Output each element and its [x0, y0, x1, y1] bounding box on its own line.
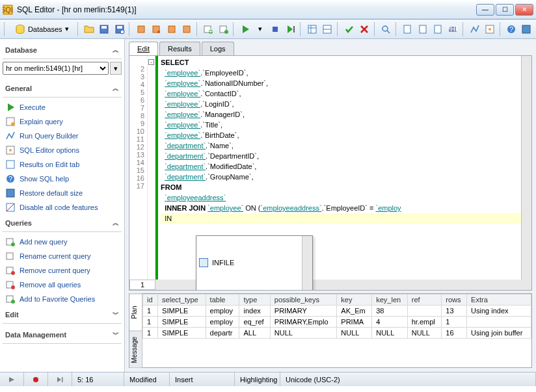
table-cell: 16	[442, 328, 467, 339]
favorite-query-link[interactable]: Add to Favorite Queries	[3, 292, 122, 306]
results-tab-link[interactable]: Results on Edit tab	[3, 157, 122, 172]
find-button[interactable]	[379, 22, 392, 36]
table-cell: 1	[143, 317, 158, 328]
rollback-button[interactable]	[357, 22, 371, 36]
autocomplete-scrollbar[interactable]	[302, 236, 312, 290]
database-select[interactable]: hr on merlin:5149(1) [hr]	[3, 62, 109, 75]
open-file-button[interactable]	[82, 22, 96, 36]
stop-button[interactable]	[269, 22, 282, 36]
maximize-button[interactable]: ☐	[496, 4, 514, 16]
export-button-3[interactable]	[431, 22, 444, 36]
add-icon	[5, 237, 16, 247]
status-step-button[interactable]	[53, 374, 66, 385]
table-cell: NULL	[372, 328, 408, 339]
databases-dropdown[interactable]: Databases ▾	[9, 22, 75, 36]
autocomplete-popup[interactable]: INFILE INITIAL_SIZE INNER INNOBASE	[196, 235, 313, 290]
exec-to-cursor-button[interactable]	[284, 22, 297, 36]
table-row[interactable]: 1SIMPLEemployindexPRIMARYAK_Em3813Using …	[143, 306, 531, 317]
editor-scrollbar-h[interactable]: 1	[129, 280, 531, 290]
restore-size-link[interactable]: Restore default size	[3, 186, 122, 200]
database-icon	[15, 24, 25, 34]
grid-button-2[interactable]	[321, 22, 334, 36]
status-play-button[interactable]	[5, 374, 18, 385]
execute-button[interactable]	[238, 22, 252, 36]
table-row[interactable]: 1SIMPLEdepartrALLNULLNULLNULLNULL16Using…	[143, 328, 531, 339]
favorite-button[interactable]	[217, 22, 230, 36]
rename-query-link[interactable]: Rename current query	[3, 249, 122, 263]
table-cell: employ	[206, 317, 239, 328]
group-data-management[interactable]: Data Management︾	[3, 326, 122, 344]
table-cell: SIMPLE	[158, 328, 206, 339]
column-header[interactable]: possible_keys	[270, 294, 337, 306]
column-header[interactable]: ref	[407, 294, 442, 306]
table-cell: 4	[372, 317, 408, 328]
chevron-up-icon: ︽	[113, 46, 119, 55]
results-grid[interactable]: idselect_typetabletypepossible_keyskeyke…	[142, 294, 531, 367]
export-php-button[interactable]: PHP	[446, 22, 460, 36]
exec-dropdown-button[interactable]: ▾	[253, 22, 267, 36]
group-general[interactable]: General︽	[3, 80, 122, 98]
column-header[interactable]: key_len	[372, 294, 408, 306]
vtab-message[interactable]: Message	[129, 331, 142, 368]
save-as-button[interactable]	[113, 22, 126, 36]
sql-help-link[interactable]: ?Show SQL help	[3, 172, 122, 186]
svg-rect-17	[273, 27, 278, 32]
tool-button-2[interactable]	[150, 22, 163, 36]
tab-logs[interactable]: Logs	[202, 42, 234, 55]
explain-link[interactable]: Explain query	[3, 114, 122, 129]
column-header[interactable]: select_type	[158, 294, 206, 306]
cursor-position: 5: 16	[72, 372, 124, 386]
group-queries[interactable]: Queries︽	[3, 215, 122, 232]
layout-button[interactable]	[520, 22, 533, 36]
help-button[interactable]: ?	[504, 22, 518, 36]
column-header[interactable]: id	[143, 294, 158, 306]
execute-link[interactable]: Execute	[3, 100, 122, 114]
tab-edit[interactable]: Edit	[129, 42, 158, 55]
save-button[interactable]	[98, 22, 111, 36]
remove-all-link[interactable]: Remove all queries	[3, 278, 122, 292]
svg-rect-4	[101, 26, 107, 29]
query-builder-link[interactable]: Run Query Builder	[3, 129, 122, 143]
grid-button-1[interactable]	[305, 22, 319, 36]
column-header[interactable]: rows	[442, 294, 467, 306]
svg-point-16	[224, 30, 228, 34]
add-button[interactable]: +	[202, 22, 215, 36]
tab-results[interactable]: Results	[159, 42, 200, 55]
tool-button-1[interactable]	[134, 22, 148, 36]
table-row[interactable]: 1SIMPLEemployeq_refPRIMARY,EmploPRIMA4hr…	[143, 317, 531, 328]
code-area[interactable]: SELECT `employee`.`EmployeeID`, `employe…	[158, 56, 531, 290]
remove-query-link[interactable]: Remove current query	[3, 263, 122, 278]
svg-point-7	[120, 30, 124, 34]
column-header[interactable]: key	[337, 294, 372, 306]
column-header[interactable]: table	[206, 294, 239, 306]
fold-toggle-icon[interactable]: -	[148, 59, 154, 65]
code-editor[interactable]: 234567891011121314151617 - SELECT `emplo…	[129, 55, 532, 291]
editor-tabs: Edit Results Logs	[125, 39, 536, 55]
commit-button[interactable]	[342, 22, 356, 36]
status-record-button[interactable]	[29, 374, 42, 385]
options-link[interactable]: SQL Editor options	[3, 143, 122, 157]
close-button[interactable]: ✕	[515, 4, 533, 16]
autocomplete-item[interactable]: INITIAL_SIZE	[196, 289, 312, 290]
options-button[interactable]	[483, 22, 496, 36]
minimize-button[interactable]: —	[476, 4, 494, 16]
titlebar: SQL SQL Editor - [hr on merlin:5149(1)] …	[0, 0, 536, 20]
svg-rect-27	[420, 25, 426, 33]
column-header[interactable]: type	[239, 294, 270, 306]
vtab-plan[interactable]: Plan	[129, 294, 142, 331]
tool-button-3[interactable]	[165, 22, 178, 36]
column-header[interactable]: Extra	[467, 294, 531, 306]
group-database[interactable]: Database︽	[3, 42, 122, 59]
database-browse-button[interactable]: ▾	[110, 62, 122, 75]
svg-text:?: ?	[8, 175, 12, 183]
editor-scrollbar-v[interactable]	[521, 56, 531, 290]
export-button-2[interactable]	[416, 22, 429, 36]
group-edit[interactable]: Edit︾	[3, 306, 122, 324]
disable-code-link[interactable]: Disable all code features	[3, 200, 122, 215]
add-query-link[interactable]: Add new query	[3, 235, 122, 249]
autocomplete-item[interactable]: INFILE	[196, 257, 312, 268]
query-builder-button[interactable]	[468, 22, 481, 36]
results-icon	[5, 159, 16, 170]
tool-button-4[interactable]	[180, 22, 193, 36]
export-button-1[interactable]	[401, 22, 414, 36]
